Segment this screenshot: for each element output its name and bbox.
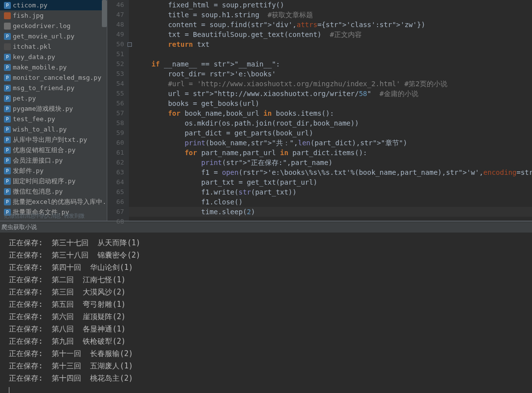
code-area[interactable]: fixed_html = soup.prettify() title = sou… — [129, 0, 532, 221]
line-number: 67 — [107, 207, 124, 217]
sidebar-overflow-text: 把微信群消息中的人消息 转发到微 — [4, 212, 85, 220]
code-line[interactable]: return txt — [129, 39, 532, 49]
code-line[interactable]: content = soup.find(str">'div',attrs={st… — [129, 20, 532, 30]
file-tree-item[interactable]: Ptest_fee.py — [0, 114, 107, 124]
py-file-icon: P — [4, 85, 11, 92]
file-name-label: itchat.pkl — [13, 43, 51, 50]
code-line[interactable]: print(book_name,str">"共：",len(part_dict)… — [129, 138, 532, 148]
line-number: 54 — [107, 79, 124, 89]
line-number: 48 — [107, 20, 124, 30]
py-file-icon: P — [4, 147, 11, 154]
code-line[interactable]: time.sleep(2) — [129, 207, 532, 217]
file-list[interactable]: Pcticom.pyfish.jpggeckodriver.logPget_mo… — [0, 0, 107, 221]
line-number: 49 — [107, 30, 124, 39]
line-number: 68 — [107, 217, 124, 227]
file-tree-item[interactable]: Ppet.py — [0, 93, 107, 103]
file-name-label: 优惠促销相互组合.py — [13, 146, 75, 155]
file-tree-item[interactable]: Ppygame游戏模块.py — [0, 103, 107, 114]
code-line[interactable]: title = soup.h1.string #获取文章标题 — [129, 10, 532, 20]
line-number: 52 — [107, 59, 124, 69]
code-line[interactable]: for part_name,part_url in part_dict.item… — [129, 148, 532, 158]
py-file-icon: P — [4, 198, 11, 205]
code-line[interactable]: for book_name,book_url in books.items(): — [129, 108, 532, 118]
line-number-gutter: 4647484950515253545556575859606162636465… — [107, 0, 129, 221]
line-number: 65 — [107, 187, 124, 197]
file-tree-item[interactable]: Pmsg_to_friend.py — [0, 83, 107, 93]
line-number: 56 — [107, 98, 124, 108]
file-tree-item[interactable]: itchat.pkl — [0, 41, 107, 52]
code-line[interactable]: print(str">"正在保存:",part_name) — [129, 158, 532, 167]
console-tab[interactable]: 爬虫获取小说 — [0, 222, 532, 233]
code-line[interactable]: f1 = open(rstr">'e:\books\%s\%s.txt'%(bo… — [129, 167, 532, 177]
line-number: 51 — [107, 49, 124, 59]
code-editor[interactable]: 4647484950515253545556575859606162636465… — [107, 0, 532, 221]
line-number: 61 — [107, 148, 124, 158]
file-tree-item[interactable]: Pmonitor_canceled_msg.py — [0, 72, 107, 83]
console-line: 正在保存: 第九回 铁枪破犁(2) — [9, 335, 527, 348]
line-number: 62 — [107, 158, 124, 167]
file-tree-item[interactable]: P发邮件.py — [0, 165, 107, 176]
file-name-label: geckodriver.log — [13, 22, 70, 30]
code-line[interactable] — [129, 217, 532, 221]
file-tree-item[interactable]: fish.jpg — [0, 10, 107, 21]
py-file-icon: P — [4, 136, 11, 143]
code-line[interactable]: root_dir= rstr">'e:\books' — [129, 69, 532, 79]
line-number: 50 — [107, 39, 124, 49]
file-tree-item[interactable]: Pkey_data.py — [0, 52, 107, 62]
py-file-icon: P — [4, 178, 11, 185]
console-output[interactable]: 正在保存: 第三十七回 从天而降(1)正在保存: 第三十八回 锦囊密令(2)正在… — [0, 233, 532, 393]
code-line[interactable]: txt = BeautifulSoup.get_text(content) #正… — [129, 30, 532, 39]
ide-window: Pcticom.pyfish.jpggeckodriver.logPget_mo… — [0, 0, 532, 393]
py-file-icon: P — [4, 74, 11, 81]
code-line[interactable]: os.mkdir(os.path.join(root_dir,book_name… — [129, 118, 532, 128]
py-file-icon: P — [4, 33, 11, 40]
line-number: 58 — [107, 118, 124, 128]
file-tree-item[interactable]: P从库中导出用户到txt.py — [0, 134, 107, 145]
code-line[interactable] — [129, 49, 532, 59]
file-tree-item[interactable]: P批量把excel的优惠码导入库中.py — [0, 196, 107, 207]
code-line[interactable]: books = get_books(url) — [129, 98, 532, 108]
console-line: 正在保存: 第十四回 桃花岛主(2) — [9, 372, 527, 385]
py-file-icon: P — [4, 188, 11, 195]
code-line[interactable]: f1.close() — [129, 197, 532, 207]
file-tree-item[interactable]: P会员注册接口.py — [0, 155, 107, 165]
line-number: 64 — [107, 177, 124, 187]
file-tree-item[interactable]: geckodriver.log — [0, 21, 107, 31]
code-line[interactable]: #url = 'http://www.xiaoshuotxt.org/mingz… — [129, 79, 532, 89]
py-file-icon: P — [4, 2, 11, 9]
file-name-label: monitor_canceled_msg.py — [13, 74, 101, 81]
code-line[interactable]: f1.write(str(part_txt)) — [129, 187, 532, 197]
file-name-label: cticom.py — [13, 1, 47, 9]
line-number: 46 — [107, 0, 124, 10]
line-number: 57 — [107, 108, 124, 118]
file-name-label: 批量把excel的优惠码导入库中.py — [13, 197, 107, 206]
console-line: 正在保存: 第十三回 五湖废人(1) — [9, 360, 527, 372]
file-name-label: 从库中导出用户到txt.py — [13, 135, 87, 144]
console-line: 正在保存: 第六回 崖顶疑阵(2) — [9, 311, 527, 323]
project-sidebar[interactable]: Pcticom.pyfish.jpggeckodriver.logPget_mo… — [0, 0, 107, 221]
file-name-label: get_movie_url.py — [13, 33, 74, 40]
code-line[interactable]: part_dict = get_parts(book_url) — [129, 128, 532, 138]
py-file-icon: P — [4, 105, 11, 112]
code-line[interactable]: url = str">"http://www.xiaoshuotxt.org/w… — [129, 89, 532, 98]
file-tree-item[interactable]: P固定时间启动程序.py — [0, 176, 107, 186]
file-tree-item[interactable]: P微信红包消息.py — [0, 186, 107, 196]
file-tree-item[interactable]: P优惠促销相互组合.py — [0, 145, 107, 155]
code-line[interactable]: part_txt = get_txt(part_url) — [129, 177, 532, 187]
code-line[interactable]: fixed_html = soup.prettify() — [129, 0, 532, 10]
line-number: 47 — [107, 10, 124, 20]
sidebar-scrollbar-thumb[interactable] — [102, 0, 107, 27]
file-name-label: test_fee.py — [13, 115, 55, 123]
file-tree-item[interactable]: Pget_movie_url.py — [0, 31, 107, 41]
code-line[interactable]: if __name__ == str">"__main__": — [129, 59, 532, 69]
console-tab-label: 爬虫获取小说 — [1, 223, 37, 231]
file-tree-item[interactable]: Pcticom.py — [0, 0, 107, 10]
file-tree-item[interactable]: Pmake_mobile.py — [0, 62, 107, 72]
file-tree-item[interactable]: Pwish_to_all.py — [0, 124, 107, 134]
upper-pane: Pcticom.pyfish.jpggeckodriver.logPget_mo… — [0, 0, 532, 222]
bin-file-icon — [4, 43, 11, 50]
console-line: 正在保存: 第十一回 长春服输(2) — [9, 348, 527, 360]
file-name-label: fish.jpg — [13, 12, 44, 19]
line-number: 59 — [107, 128, 124, 138]
line-number: 60 — [107, 138, 124, 148]
